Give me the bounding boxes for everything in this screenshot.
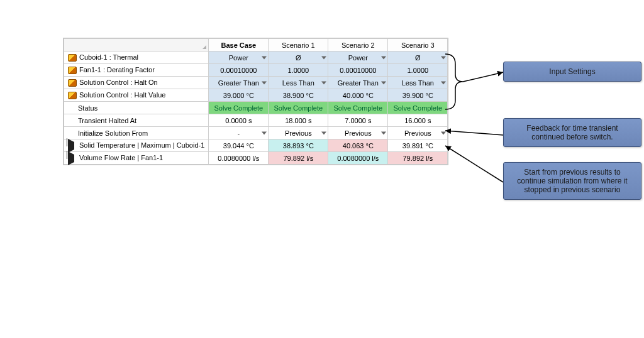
row-label[interactable]: Volume Flow Rate | Fan1-1 [64,152,209,165]
grid-cell[interactable]: 0.00010000 [209,64,269,77]
table-row: Volume Flow Rate | Fan1-10.0080000 l/s79… [64,152,448,165]
row-label[interactable]: Solution Control : Halt Value [64,89,209,102]
cell-value: 0.0000 s [225,117,252,124]
row-label-text: Solid Temperature | Maximum | Cuboid-1 [79,141,204,149]
grid-cell[interactable]: 39.900 °C [388,89,448,102]
dropdown-icon[interactable] [441,56,446,59]
row-label[interactable]: Solution Control : Halt On [64,77,209,89]
dropdown-icon[interactable] [262,56,267,59]
cell-value: Solve Complete [214,104,264,112]
grid-cell[interactable]: 0.0080000 l/s [209,152,269,165]
grid-cell[interactable]: Greater Than [328,77,388,89]
cell-value: 79.892 l/s [402,155,433,162]
grid-cell[interactable]: Previous [328,127,388,139]
grid-cell[interactable]: Solve Complete [269,102,328,114]
callout-text: Input Settings [549,67,595,76]
grid-cell[interactable]: 7.0000 s [328,114,388,127]
grid-cell[interactable]: Solve Complete [209,102,269,114]
grid-cell[interactable]: Power [328,52,388,64]
grid-cell[interactable]: 0.00010000 [328,64,388,77]
dropdown-icon[interactable] [381,131,386,134]
dropdown-icon[interactable] [262,81,267,84]
cell-value: 16.000 s [404,117,431,124]
corner-cell[interactable] [64,39,209,52]
dropdown-icon[interactable] [381,81,386,84]
dropdown-icon[interactable] [262,131,267,134]
dropdown-icon[interactable] [441,131,446,134]
table-row: Cuboid-1 : ThermalPowerØPowerØ [64,52,448,64]
row-label[interactable]: Fan1-1 : Derating Factor [64,64,209,77]
row-label[interactable]: Transient Halted At [64,114,209,127]
grid-cell[interactable]: Power [209,52,269,64]
row-label[interactable]: Initialize Solution From [64,127,209,139]
row-label[interactable]: Status [64,102,209,114]
grid-cell[interactable]: Less Than [269,77,328,89]
grid-cell[interactable]: 40.063 °C [328,139,388,152]
grid-cell[interactable]: 1.0000 [388,64,448,77]
cell-value: Solve Complete [394,104,443,112]
grid-cell[interactable]: Previous [388,127,448,139]
grid-cell[interactable]: 39.891 °C [388,139,448,152]
callout-transient-feedback: Feedback for time transient continued be… [503,118,641,147]
grid-cell[interactable]: 79.892 l/s [269,152,328,165]
grid-cell[interactable]: 79.892 l/s [388,152,448,165]
table-row: Initialize Solution From-PreviousPreviou… [64,127,448,139]
scenario-grid: Base Case Scenario 1 Scenario 2 Scenario… [63,38,448,165]
cell-value: Previous [404,129,431,137]
svg-line-1 [445,131,503,135]
cell-value: 1.0000 [408,67,429,74]
cell-value: Solve Complete [274,104,323,112]
row-label[interactable]: Solid Temperature | Maximum | Cuboid-1 [64,139,209,152]
cell-value: 38.893 °C [283,142,314,150]
col-scenario-2[interactable]: Scenario 2 [328,39,388,52]
col-scenario-1[interactable]: Scenario 1 [269,39,328,52]
scenario-table[interactable]: Base Case Scenario 1 Scenario 2 Scenario… [64,38,448,165]
grid-cell[interactable]: 0.0080000 l/s [328,152,388,165]
row-label-text: Volume Flow Rate | Fan1-1 [79,154,163,161]
row-label-text: Status [78,104,97,112]
callout-initialize-from-previous: Start from previous results to continue … [503,162,641,200]
cell-value: Greater Than [218,79,259,87]
grid-cell[interactable]: 39.044 °C [209,139,269,152]
grid-cell[interactable]: 39.000 °C [209,89,269,102]
cell-value: Previous [345,129,372,137]
expand-triangle-icon[interactable] [203,45,206,49]
callout-text: Start from previous results to continue … [517,168,627,194]
grid-cell[interactable]: Less Than [388,77,448,89]
dropdown-icon[interactable] [381,56,386,59]
grid-cell[interactable]: 40.000 °C [328,89,388,102]
cell-value: 18.000 s [285,117,311,124]
grid-cell[interactable]: Ø [269,52,328,64]
grid-cell[interactable]: - [209,127,269,139]
parameter-icon [68,67,77,74]
dropdown-icon[interactable] [321,56,326,59]
table-row: Transient Halted At0.0000 s18.000 s7.000… [64,114,448,127]
row-label-text: Initialize Solution From [78,129,148,137]
dropdown-icon[interactable] [441,81,446,84]
col-scenario-3[interactable]: Scenario 3 [388,39,448,52]
grid-cell[interactable]: 16.000 s [388,114,448,127]
grid-cell[interactable]: Ø [388,52,448,64]
grid-cell[interactable]: Greater Than [209,77,269,89]
grid-cell[interactable]: 38.900 °C [269,89,328,102]
cell-value: Previous [285,129,312,137]
grid-cell[interactable]: 38.893 °C [269,139,328,152]
table-row: Solution Control : Halt Value39.000 °C38… [64,89,448,102]
grid-cell[interactable]: 1.0000 [269,64,328,77]
cell-value: Ø [415,54,421,62]
cell-value: 40.000 °C [343,92,374,99]
table-row: Solid Temperature | Maximum | Cuboid-139… [64,139,448,152]
grid-cell[interactable]: 0.0000 s [209,114,269,127]
svg-line-2 [445,146,503,182]
cell-value: 39.891 °C [402,142,433,150]
grid-cell[interactable]: Previous [269,127,328,139]
grid-cell[interactable]: Solve Complete [388,102,448,114]
grid-cell[interactable]: Solve Complete [328,102,388,114]
col-base-case[interactable]: Base Case [209,39,269,52]
dropdown-icon[interactable] [321,81,326,84]
parameter-icon [68,79,77,87]
grid-cell[interactable]: 18.000 s [269,114,328,127]
row-label[interactable]: Cuboid-1 : Thermal [64,52,209,64]
goal-flag-icon [68,155,77,162]
dropdown-icon[interactable] [321,131,326,134]
